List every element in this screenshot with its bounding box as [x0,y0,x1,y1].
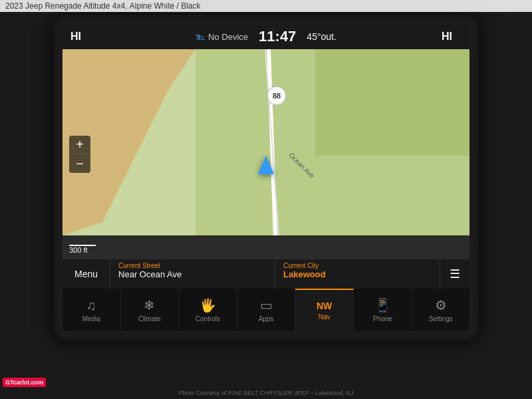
zoom-in-button[interactable]: + [69,136,90,154]
zoom-controls: + − [69,136,90,173]
nav-item-settings[interactable]: ⚙ Settings [412,289,469,331]
scale-bar: 300 ft [69,245,96,254]
bluetooth-label: No Device [208,32,248,42]
climate-label: Climate [138,315,161,323]
current-city-value: Lakewood [283,269,432,279]
nav-item-phone[interactable]: 📱 Phone [354,289,412,331]
media-icon: ♫ [86,298,96,313]
clock-display: 11:47 [259,28,296,45]
phone-label: Phone [373,315,392,323]
nav-label: Nav [319,313,331,321]
apps-label: Apps [259,315,274,323]
infotainment-bezel: HI ℡ No Device 11:47 45°out. HI [53,15,479,340]
current-street-section: Current Street Near Ocean Ave [110,259,275,289]
map-background: 88 Ocean Ave [63,49,469,235]
watermark-bar: 2023 Jeep Renegade Altitude 4x4, Alpine … [0,0,532,12]
current-street-value: Near Ocean Ave [118,269,267,279]
bluetooth-status: ℡ No Device [196,31,248,42]
svg-rect-3 [315,49,469,156]
temperature-display: 45°out. [307,31,336,42]
color-alpine: Alpine White [130,1,174,11]
climate-icon: ❄ [144,297,155,313]
phone-icon: 📱 [374,297,391,313]
header-center: ℡ No Device 11:47 45°out. [196,28,336,45]
gtcarlot-logo: GTcarlot.com [3,378,46,387]
right-zone-indicator: HI [442,31,462,43]
zoom-out-button[interactable]: − [69,154,90,173]
svg-text:88: 88 [273,92,281,100]
nav-item-controls[interactable]: 🖐 Controls [179,289,237,331]
hamburger-menu-button[interactable]: ☰ [440,259,469,289]
color-black: Black [181,1,200,11]
color-separator: / [177,1,179,11]
current-city-section: Current City Lakewood [275,259,440,289]
nav-item-apps[interactable]: ▭ Apps [237,289,296,331]
apps-icon: ▭ [260,297,273,313]
infotainment-screen: HI ℡ No Device 11:47 45°out. HI [63,24,469,331]
nav-item-climate[interactable]: ❄ Climate [121,289,180,331]
map-area: 88 Ocean Ave + − 300 ft [63,49,469,259]
controls-label: Controls [196,315,220,323]
scale-label: 300 ft [69,246,88,254]
bottom-navigation: ♫ Media ❄ Climate 🖐 Controls ▭ Apps NW N… [63,289,469,331]
current-street-label: Current Street [118,262,267,269]
current-city-label: Current City [283,262,432,269]
media-label: Media [82,315,100,323]
photo-credit: Photo Courtesy of PINE BELT CHRYSLER JEE… [179,390,354,396]
info-bar: Menu Current Street Near Ocean Ave Curre… [63,259,469,289]
nav-item-media[interactable]: ♫ Media [63,289,121,331]
left-zone-indicator: HI [70,31,90,43]
header-bar: HI ℡ No Device 11:47 45°out. HI [63,24,469,49]
vehicle-position-arrow [258,156,274,174]
vehicle-title: 2023 Jeep Renegade Altitude 4x4, [5,1,127,11]
settings-icon: ⚙ [435,297,447,313]
menu-button[interactable]: Menu [63,259,110,289]
nav-compass-icon: NW [317,301,332,311]
bluetooth-icon: ℡ [196,31,205,42]
controls-icon: 🖐 [200,297,216,313]
settings-label: Settings [429,315,453,323]
nav-item-nav[interactable]: NW Nav [295,289,354,331]
